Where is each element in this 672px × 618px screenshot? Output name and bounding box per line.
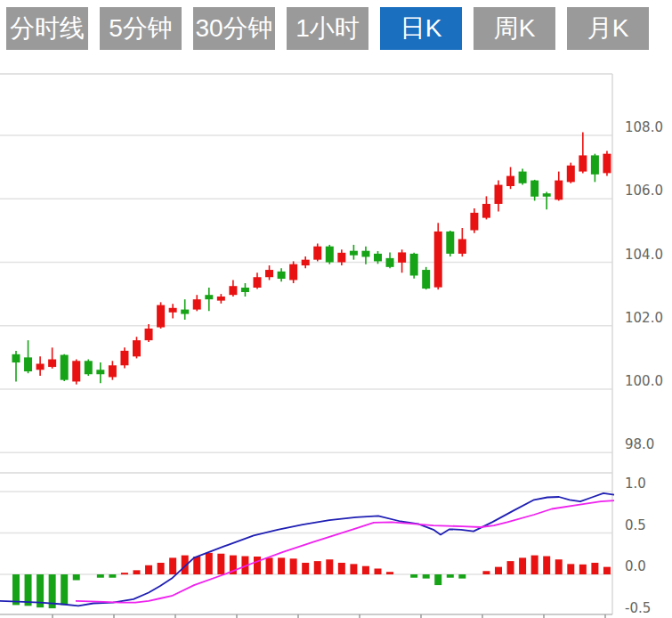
tab-monthly-k[interactable]: 月K xyxy=(567,7,649,50)
candle-up xyxy=(398,252,406,262)
candle-down xyxy=(446,232,454,254)
candle-up xyxy=(603,154,611,174)
macd-bar-up xyxy=(482,571,490,574)
macd-bar-up xyxy=(591,563,598,574)
macd-bar-up xyxy=(603,567,611,574)
candle-down xyxy=(12,354,20,362)
candle-up xyxy=(289,264,297,281)
candle-up xyxy=(133,340,141,356)
candle-up xyxy=(157,305,165,328)
price-axis-label: 102.0 xyxy=(625,310,663,326)
tab-time-sharing-line[interactable]: 分时线 xyxy=(6,7,88,50)
macd-bar-up xyxy=(290,558,297,574)
macd-bar-down xyxy=(109,574,116,578)
candle-up xyxy=(337,253,345,263)
macd-bar-up xyxy=(206,553,213,574)
macd-bar-up xyxy=(495,567,502,574)
macd-bar-up xyxy=(134,570,141,574)
macd-bar-up xyxy=(386,572,393,574)
macd-bar-up xyxy=(579,565,587,574)
candle-down xyxy=(519,172,527,183)
macd-bar-up xyxy=(145,565,152,574)
tab-daily-k[interactable]: 日K xyxy=(380,7,462,50)
candle-down xyxy=(543,193,551,197)
macd-bar-down xyxy=(423,574,430,579)
candle-down xyxy=(205,295,213,299)
macd-bar-down xyxy=(61,574,68,605)
candle-up xyxy=(193,299,201,309)
macd-bar-up xyxy=(121,573,128,574)
candle-up xyxy=(229,286,237,295)
stock-chart-app: { "tabs": [ {"label": "分时线", "active": f… xyxy=(0,0,672,618)
candle-up xyxy=(313,247,321,260)
macd-bar-down xyxy=(447,574,454,578)
candle-down xyxy=(241,288,249,292)
tab-1-hour[interactable]: 1小时 xyxy=(287,7,368,50)
candle-down xyxy=(422,270,430,289)
macd-axis-label: 0.5 xyxy=(625,517,646,533)
macd-bar-up xyxy=(158,563,165,574)
candle-up xyxy=(458,239,466,253)
macd-bar-up xyxy=(266,557,273,574)
macd-bar-down xyxy=(73,574,80,581)
macd-bar-down xyxy=(97,574,104,578)
tab-weekly-k[interactable]: 周K xyxy=(474,7,555,50)
candle-down xyxy=(85,361,93,374)
macd-bar-up xyxy=(375,568,382,574)
macd-bar-up xyxy=(193,557,200,574)
price-axis-label: 106.0 xyxy=(625,183,663,199)
price-axis-label: 98.0 xyxy=(625,436,654,452)
macd-bar-up xyxy=(326,559,333,574)
candle-up xyxy=(36,364,45,370)
macd-bar-up xyxy=(507,561,514,574)
candle-up xyxy=(506,176,514,186)
macd-bar-up xyxy=(217,554,224,574)
candle-up xyxy=(120,351,128,365)
macd-axis-label: 0.0 xyxy=(625,558,646,574)
macd-histogram xyxy=(12,553,611,608)
candle-down xyxy=(61,355,69,380)
candlestick-series[interactable] xyxy=(12,132,611,384)
candle-up xyxy=(265,270,273,277)
candle-up xyxy=(145,329,153,340)
candle-down xyxy=(591,155,599,174)
candle-up xyxy=(555,181,563,200)
macd-bar-down xyxy=(25,574,32,606)
candle-up xyxy=(567,166,575,183)
candle-up xyxy=(470,213,478,231)
candle-down xyxy=(24,357,32,371)
candle-up xyxy=(482,204,490,218)
macd-bar-down xyxy=(410,574,417,578)
candle-up xyxy=(169,308,177,313)
candle-up xyxy=(72,361,80,381)
macd-bar-up xyxy=(567,564,574,574)
candle-up xyxy=(48,360,56,368)
candle-up xyxy=(254,277,262,288)
candle-down xyxy=(96,370,104,374)
macd-bar-up xyxy=(531,556,538,574)
macd-bar-up xyxy=(543,557,550,574)
candle-up xyxy=(109,365,117,377)
gridlines xyxy=(0,74,612,614)
tab-30-minute[interactable]: 30分钟 xyxy=(193,7,275,50)
candle-down xyxy=(410,254,418,276)
macd-axis-label: 1.0 xyxy=(625,476,646,492)
tab-5-minute[interactable]: 5分钟 xyxy=(100,7,182,50)
price-axis-label: 104.0 xyxy=(625,247,663,263)
candle-up xyxy=(302,260,310,265)
macd-bar-down xyxy=(458,574,466,579)
chart-area[interactable]: 108.0106.0104.0102.0100.098.01.00.50.0-0… xyxy=(0,0,672,618)
macd-bar-up xyxy=(169,557,176,574)
macd-axis-label: -0.5 xyxy=(625,600,651,616)
candle-down xyxy=(350,251,358,256)
candle-down xyxy=(278,272,286,279)
candle-down xyxy=(326,247,334,263)
axis-labels: 108.0106.0104.0102.0100.098.01.00.50.0-0… xyxy=(625,119,663,616)
macd-bar-up xyxy=(314,561,321,574)
dif-line xyxy=(0,493,614,606)
candle-up xyxy=(579,155,587,171)
price-axis-label: 108.0 xyxy=(625,119,663,135)
macd-bar-up xyxy=(350,564,357,574)
macd-bar-up xyxy=(338,563,345,574)
candle-up xyxy=(434,232,442,288)
